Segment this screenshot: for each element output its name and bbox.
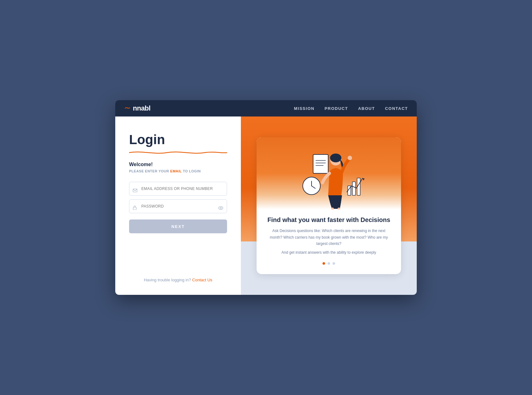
next-button[interactable]: NEXT xyxy=(129,219,227,233)
content-area: Login Welcome! PLEASE ENTER YOUR EMAIL T… xyxy=(115,116,417,295)
card-title: Find what you want faster with Decisions xyxy=(267,216,390,224)
subtitle-prefix: PLEASE ENTER YOUR xyxy=(129,169,170,173)
carousel-dots xyxy=(323,262,335,265)
eye-icon[interactable] xyxy=(218,206,223,211)
svg-line-18 xyxy=(331,209,333,209)
card-description: Ask Decisions questions like: Which clie… xyxy=(266,228,392,247)
svg-line-19 xyxy=(339,209,340,209)
main-window: ∼ nnabl MISSION PRODUCT ABOUT CONTACT Lo… xyxy=(115,100,417,295)
svg-rect-1 xyxy=(133,207,136,210)
dot-1[interactable] xyxy=(323,262,325,265)
navbar: ∼ nnabl MISSION PRODUCT ABOUT CONTACT xyxy=(115,100,417,116)
nav-contact[interactable]: CONTACT xyxy=(385,106,408,111)
password-input-wrapper xyxy=(129,199,227,217)
right-panel: Find what you want faster with Decisions… xyxy=(241,116,417,295)
login-subtitle: PLEASE ENTER YOUR EMAIL TO LOGIN xyxy=(129,169,227,173)
nav-links: MISSION PRODUCT ABOUT CONTACT xyxy=(294,106,408,111)
subtitle-highlight: EMAIL xyxy=(170,169,182,173)
login-title: Login xyxy=(129,132,227,147)
svg-point-16 xyxy=(330,154,341,162)
illustration-svg xyxy=(257,137,401,209)
password-input[interactable] xyxy=(129,199,227,213)
nav-product[interactable]: PRODUCT xyxy=(324,106,348,111)
trouble-prefix: Having trouble logging in? xyxy=(144,278,192,282)
logo-text: nnabl xyxy=(133,104,150,112)
dot-2[interactable] xyxy=(328,262,330,265)
welcome-heading: Welcome! xyxy=(129,162,227,167)
card-sub-description: And get instant answers with the ability… xyxy=(281,249,376,256)
illustration-area xyxy=(257,137,401,209)
svg-point-2 xyxy=(219,207,223,210)
subtitle-suffix: TO LOGIN xyxy=(182,169,201,173)
nav-about[interactable]: ABOUT xyxy=(358,106,375,111)
lock-icon xyxy=(133,206,137,211)
email-icon xyxy=(133,188,137,193)
wave-divider xyxy=(129,150,227,155)
contact-us-link[interactable]: Contact Us xyxy=(192,278,212,282)
svg-point-3 xyxy=(220,207,221,208)
login-panel: Login Welcome! PLEASE ENTER YOUR EMAIL T… xyxy=(115,116,241,295)
logo-tilde-icon: ∼ xyxy=(124,104,131,112)
email-input[interactable] xyxy=(129,182,227,196)
feature-card: Find what you want faster with Decisions… xyxy=(257,137,401,274)
dot-3[interactable] xyxy=(333,262,335,265)
svg-rect-12 xyxy=(352,182,356,195)
trouble-text: Having trouble logging in? Contact Us xyxy=(129,278,227,282)
logo-area: ∼ nnabl xyxy=(124,104,294,112)
svg-rect-4 xyxy=(313,154,328,173)
svg-point-17 xyxy=(348,156,352,160)
nav-mission[interactable]: MISSION xyxy=(294,106,314,111)
svg-marker-14 xyxy=(363,178,365,181)
email-input-wrapper xyxy=(129,182,227,199)
